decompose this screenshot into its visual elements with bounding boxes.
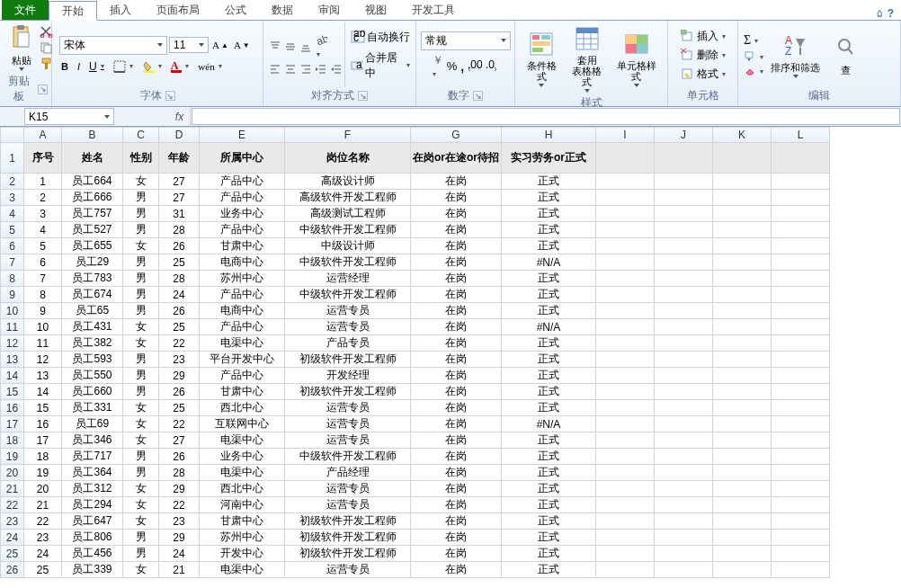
cell[interactable]: 女 bbox=[123, 416, 159, 432]
font-color-icon[interactable]: A▾ bbox=[169, 58, 192, 75]
row-header-18[interactable]: 18 bbox=[1, 432, 24, 449]
insert-cells-button[interactable]: 插入▾ bbox=[679, 28, 727, 45]
delete-cells-button[interactable]: 删除▾ bbox=[679, 47, 727, 64]
cell[interactable]: 在岗 bbox=[411, 319, 502, 335]
cell[interactable]: 27 bbox=[159, 432, 200, 449]
spreadsheet-grid[interactable]: ABCDEFGHIJKL1序号姓名性别年龄所属中心岗位名称在岗or在途or待招实… bbox=[0, 127, 901, 588]
row-header-20[interactable]: 20 bbox=[1, 465, 24, 481]
font-family-combo[interactable]: 宋体 bbox=[59, 36, 167, 55]
row-header-14[interactable]: 14 bbox=[1, 368, 24, 384]
tab-公式[interactable]: 公式 bbox=[212, 0, 259, 20]
cell[interactable]: 甘肃中心 bbox=[200, 238, 285, 254]
border-icon[interactable]: ▾ bbox=[112, 59, 135, 74]
cell[interactable]: 员工660 bbox=[62, 384, 123, 400]
cell[interactable]: 正式 bbox=[502, 562, 596, 578]
row-header-12[interactable]: 12 bbox=[1, 335, 24, 352]
cell[interactable]: 26 bbox=[159, 238, 200, 254]
cell[interactable]: 16 bbox=[24, 416, 62, 432]
cell[interactable]: 员工456 bbox=[62, 546, 123, 562]
cell[interactable]: 员工69 bbox=[62, 416, 123, 432]
col-header-B[interactable]: B bbox=[62, 128, 123, 143]
col-header-K[interactable]: K bbox=[713, 128, 772, 143]
row-header-24[interactable]: 24 bbox=[1, 530, 24, 546]
row-header-22[interactable]: 22 bbox=[1, 497, 24, 513]
cell[interactable]: 5 bbox=[24, 238, 62, 254]
cell[interactable]: 正式 bbox=[502, 352, 596, 368]
cell[interactable]: 平台开发中心 bbox=[200, 352, 285, 368]
row-header-16[interactable]: 16 bbox=[1, 400, 24, 416]
cell[interactable]: 产品中心 bbox=[200, 287, 285, 303]
cell[interactable]: 员工431 bbox=[62, 319, 123, 335]
cell[interactable]: 在岗 bbox=[411, 416, 502, 432]
row-header-26[interactable]: 26 bbox=[1, 562, 24, 578]
cell[interactable]: 员工806 bbox=[62, 530, 123, 546]
cell[interactable]: 运营专员 bbox=[285, 481, 411, 497]
cell[interactable]: 25 bbox=[159, 400, 200, 416]
col-header-L[interactable]: L bbox=[772, 128, 830, 143]
cell[interactable]: 在岗 bbox=[411, 254, 502, 271]
tab-审阅[interactable]: 审阅 bbox=[306, 0, 352, 20]
cell[interactable]: 正式 bbox=[502, 449, 596, 465]
italic-button[interactable]: I bbox=[76, 60, 82, 73]
cell[interactable]: 高级设计师 bbox=[285, 174, 411, 190]
cell[interactable]: 男 bbox=[123, 352, 159, 368]
autosum-icon[interactable]: Σ▾ bbox=[742, 32, 765, 49]
cell[interactable]: 河南中心 bbox=[200, 497, 285, 513]
row-header-21[interactable]: 21 bbox=[1, 481, 24, 497]
cell[interactable]: 在岗 bbox=[411, 481, 502, 497]
header-cell[interactable]: 实习劳务or正式 bbox=[502, 143, 596, 174]
cell[interactable]: 27 bbox=[159, 190, 200, 206]
cell[interactable]: 中级设计师 bbox=[285, 238, 411, 254]
cell[interactable]: 在岗 bbox=[411, 352, 502, 368]
tab-页面布局[interactable]: 页面布局 bbox=[144, 0, 212, 20]
cell[interactable]: 正式 bbox=[502, 174, 596, 190]
cell[interactable]: 31 bbox=[159, 206, 200, 222]
cell[interactable]: 员工664 bbox=[62, 174, 123, 190]
cell[interactable]: 24 bbox=[159, 287, 200, 303]
cell[interactable]: 26 bbox=[159, 384, 200, 400]
cell[interactable]: 开发经理 bbox=[285, 368, 411, 384]
cell[interactable]: 甘肃中心 bbox=[200, 513, 285, 530]
cell[interactable]: 男 bbox=[123, 271, 159, 287]
cell[interactable]: 开发中心 bbox=[200, 546, 285, 562]
row-header-17[interactable]: 17 bbox=[1, 416, 24, 432]
cell[interactable]: 7 bbox=[24, 271, 62, 287]
clipboard-launcher-icon[interactable]: ↘ bbox=[38, 85, 48, 94]
cell[interactable]: 在岗 bbox=[411, 530, 502, 546]
bold-button[interactable]: B bbox=[59, 60, 70, 73]
minimize-ribbon-icon[interactable]: ۵ bbox=[877, 7, 882, 20]
cell[interactable]: 在岗 bbox=[411, 384, 502, 400]
cell[interactable]: 初级软件开发工程师 bbox=[285, 352, 411, 368]
header-cell[interactable]: 岗位名称 bbox=[285, 143, 411, 174]
cell[interactable]: 高级测试工程师 bbox=[285, 206, 411, 222]
clear-icon[interactable]: ▾ bbox=[742, 65, 765, 77]
cell[interactable]: 女 bbox=[123, 238, 159, 254]
row-header-11[interactable]: 11 bbox=[1, 319, 24, 335]
cell[interactable]: 业务中心 bbox=[200, 449, 285, 465]
cell[interactable]: 初级软件开发工程师 bbox=[285, 546, 411, 562]
cell[interactable]: 男 bbox=[123, 206, 159, 222]
cell[interactable]: 产品经理 bbox=[285, 465, 411, 481]
cell[interactable]: 运营专员 bbox=[285, 562, 411, 578]
cell[interactable]: 21 bbox=[159, 562, 200, 578]
cell[interactable]: 26 bbox=[159, 449, 200, 465]
cell[interactable]: 28 bbox=[159, 271, 200, 287]
row-header-6[interactable]: 6 bbox=[1, 238, 24, 254]
underline-button[interactable]: U▾ bbox=[87, 59, 106, 74]
cell[interactable]: 初级软件开发工程师 bbox=[285, 384, 411, 400]
cell[interactable]: 正式 bbox=[502, 271, 596, 287]
cell[interactable]: 男 bbox=[123, 530, 159, 546]
cell[interactable]: 27 bbox=[159, 174, 200, 190]
cell[interactable]: 员工655 bbox=[62, 238, 123, 254]
tab-开始[interactable]: 开始 bbox=[49, 1, 97, 21]
cell[interactable]: 高级软件开发工程师 bbox=[285, 190, 411, 206]
align-bottom-icon[interactable] bbox=[299, 40, 312, 53]
col-header-A[interactable]: A bbox=[24, 128, 62, 143]
help-icon[interactable]: ? bbox=[888, 7, 894, 20]
cell[interactable]: 产品中心 bbox=[200, 319, 285, 335]
cell[interactable]: 产品中心 bbox=[200, 190, 285, 206]
cell[interactable]: 业务中心 bbox=[200, 206, 285, 222]
cell[interactable]: 19 bbox=[24, 465, 62, 481]
increase-indent-icon[interactable] bbox=[330, 63, 343, 76]
cell[interactable]: 在岗 bbox=[411, 449, 502, 465]
